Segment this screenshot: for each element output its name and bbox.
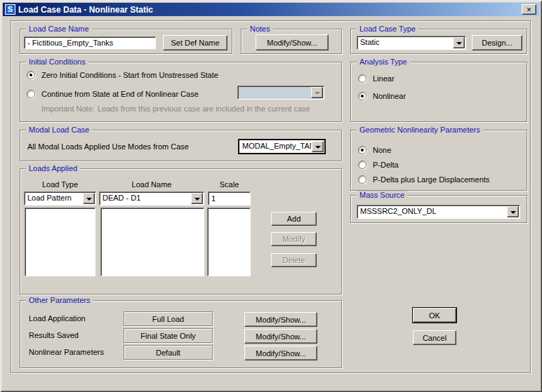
ok-button[interactable]: OK	[413, 308, 456, 323]
radio-button-icon[interactable]	[27, 90, 35, 98]
nonlinear-parameters-label: Nonlinear Parameters	[29, 348, 104, 356]
static-value-text: Final State Only	[140, 332, 195, 340]
column-header-load-type: Load Type	[24, 180, 96, 189]
radio-zero-initial-conditions[interactable]: Zero Initial Conditions - Start from Uns…	[27, 70, 218, 80]
radio-p-delta-large-displacements[interactable]: P-Delta plus Large Displacements	[358, 175, 489, 184]
static-value-text: Default	[156, 349, 180, 357]
radio-button-icon[interactable]	[358, 74, 366, 83]
group-initial-conditions: Initial Conditions Zero Initial Conditio…	[20, 62, 342, 122]
group-mass-source: Mass Source MSSSRC2_ONLY_DL	[350, 195, 527, 223]
modal-case-value: MODAL_Empty_TANK	[239, 140, 311, 153]
radio-label: Nonlinear	[373, 92, 406, 100]
radio-label: P-Delta plus Large Displacements	[373, 175, 489, 184]
group-loads-applied: Loads Applied Load Type Load Name Scale …	[20, 168, 342, 295]
group-label-loads-applied: Loads Applied	[26, 164, 80, 173]
nonlinear-parameters-modify-show-button[interactable]: Modify/Show...	[244, 346, 317, 360]
group-label-notes: Notes	[247, 25, 273, 34]
chevron-down-icon	[311, 87, 323, 98]
load-name-list[interactable]	[100, 208, 204, 276]
radio-label: Zero Initial Conditions - Start from Uns…	[41, 71, 218, 79]
group-label-other-parameters: Other Parameters	[26, 296, 93, 305]
scale-list[interactable]	[207, 208, 251, 276]
set-def-name-button[interactable]: Set Def Name	[163, 35, 227, 50]
load-case-type-combo[interactable]: Static	[357, 36, 466, 50]
group-other-parameters: Other Parameters Load Application Full L…	[20, 300, 342, 368]
important-note-text: Loads from this previous case are includ…	[98, 104, 310, 113]
mass-source-combo[interactable]: MSSSRC2_ONLY_DL	[357, 205, 520, 219]
radio-nonlinear[interactable]: Nonlinear	[358, 91, 406, 101]
radio-label: None	[373, 146, 391, 154]
radio-button-icon[interactable]	[358, 175, 366, 184]
group-label-modal-load-case: Modal Load Case	[26, 126, 92, 135]
title-bar: S Load Case Data - Nonlinear Static ✕	[3, 3, 539, 16]
chevron-down-icon[interactable]	[312, 141, 324, 152]
results-saved-label: Results Saved	[29, 331, 79, 339]
add-button[interactable]: Add	[271, 212, 317, 226]
nonlinear-parameters-value: Default	[124, 345, 213, 360]
group-label-analysis-type: Analysis Type	[357, 58, 410, 67]
close-icon[interactable]: ✕	[522, 4, 536, 15]
modal-load-case-description: All Modal Loads Applied Use Modes from C…	[27, 142, 189, 151]
group-load-case-name: Load Case Name Set Def Name	[20, 29, 232, 54]
notes-modify-show-button[interactable]: Modify/Show...	[256, 34, 329, 50]
group-label-geometric-nonlinearity: Geometric Nonlinearity Parameters	[357, 126, 483, 135]
group-label-initial-conditions: Initial Conditions	[26, 58, 88, 67]
group-label-load-case-name: Load Case Name	[26, 25, 92, 34]
modal-case-combo[interactable]: MODAL_Empty_TANK	[238, 139, 326, 154]
radio-button-icon[interactable]	[358, 146, 366, 154]
chevron-down-icon[interactable]	[453, 37, 465, 48]
modify-button: Modify	[271, 232, 317, 246]
load-type-combo[interactable]: Load Pattern	[24, 191, 96, 205]
chevron-down-icon[interactable]	[191, 193, 203, 204]
radio-label: Linear	[373, 74, 395, 83]
static-value-text: Full Load	[152, 315, 184, 323]
group-modal-load-case: Modal Load Case All Modal Loads Applied …	[20, 130, 342, 161]
design-button[interactable]: Design...	[472, 35, 522, 50]
load-case-data-dialog: S Load Case Data - Nonlinear Static ✕ Lo…	[0, 0, 542, 392]
radio-p-delta[interactable]: P-Delta	[358, 160, 399, 170]
mass-source-value: MSSSRC2_ONLY_DL	[357, 205, 506, 218]
app-logo-icon: S	[5, 4, 15, 15]
group-analysis-type: Analysis Type Linear Nonlinear	[350, 62, 527, 122]
radio-label: P-Delta	[373, 161, 399, 169]
column-header-scale: Scale	[208, 180, 251, 189]
load-type-list[interactable]	[25, 208, 95, 276]
chevron-down-icon[interactable]	[83, 193, 95, 204]
group-label-load-case-type: Load Case Type	[357, 25, 418, 34]
load-name-value: DEAD - D1	[100, 192, 190, 205]
radio-continue-from-state[interactable]: Continue from State at End of Nonlinear …	[27, 89, 199, 99]
radio-linear[interactable]: Linear	[358, 74, 395, 83]
radio-none[interactable]: None	[358, 145, 391, 155]
group-notes: Notes Modify/Show...	[241, 29, 342, 54]
group-load-case-type: Load Case Type Static Design...	[350, 29, 527, 54]
window-title: Load Case Data - Nonlinear Static	[18, 5, 153, 15]
chevron-down-icon[interactable]	[507, 206, 519, 217]
load-application-label: Load Application	[29, 314, 86, 323]
load-type-value: Load Pattern	[25, 192, 82, 205]
important-note-label: Important Note:	[41, 104, 95, 113]
continue-case-value	[238, 86, 310, 99]
continue-case-combo	[237, 86, 324, 100]
results-saved-modify-show-button[interactable]: Modify/Show...	[244, 329, 317, 344]
scale-input[interactable]	[208, 191, 251, 205]
column-header-load-name: Load Name	[99, 180, 204, 189]
load-name-combo[interactable]: DEAD - D1	[99, 191, 204, 205]
group-label-mass-source: Mass Source	[357, 191, 407, 200]
cancel-button[interactable]: Cancel	[413, 330, 456, 345]
load-application-modify-show-button[interactable]: Modify/Show...	[244, 312, 317, 327]
radio-button-icon[interactable]	[358, 92, 366, 100]
delete-button: Delete	[271, 253, 317, 267]
load-case-type-value: Static	[357, 36, 452, 49]
load-case-name-input[interactable]	[24, 36, 156, 49]
group-geometric-nonlinearity: Geometric Nonlinearity Parameters None P…	[350, 130, 527, 191]
radio-label: Continue from State at End of Nonlinear …	[41, 90, 199, 98]
radio-button-icon[interactable]	[27, 71, 35, 79]
results-saved-value: Final State Only	[124, 328, 213, 343]
load-application-value: Full Load	[124, 311, 213, 326]
radio-button-icon[interactable]	[358, 161, 366, 169]
